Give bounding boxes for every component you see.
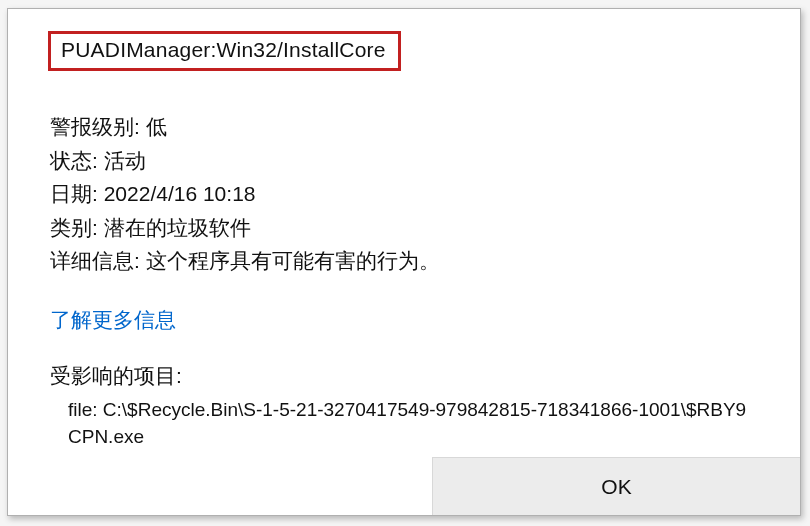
description-label: 详细信息: <box>50 249 140 272</box>
description-value: 这个程序具有可能有害的行为。 <box>146 249 440 272</box>
threat-details: 警报级别: 低 状态: 活动 日期: 2022/4/16 10:18 类别: 潜… <box>50 111 760 278</box>
learn-more: 了解更多信息 <box>50 306 760 334</box>
dialog-content: PUADIManager:Win32/InstallCore 警报级别: 低 状… <box>8 9 800 451</box>
affected-label: 受影响的项目: <box>50 362 760 390</box>
alert-level-label: 警报级别: <box>50 115 140 138</box>
date-row: 日期: 2022/4/16 10:18 <box>50 178 760 211</box>
alert-level-value: 低 <box>146 115 167 138</box>
threat-name-box: PUADIManager:Win32/InstallCore <box>48 31 401 71</box>
threat-name: PUADIManager:Win32/InstallCore <box>61 38 386 61</box>
ok-button[interactable]: OK <box>433 458 800 515</box>
affected-path: file: C:\$Recycle.Bin\S-1-5-21-327041754… <box>50 396 750 451</box>
date-label: 日期: <box>50 182 98 205</box>
button-bar: OK <box>432 457 800 515</box>
category-label: 类别: <box>50 216 98 239</box>
learn-more-link[interactable]: 了解更多信息 <box>50 308 176 331</box>
alert-level-row: 警报级别: 低 <box>50 111 760 144</box>
status-row: 状态: 活动 <box>50 145 760 178</box>
security-alert-dialog: PUADIManager:Win32/InstallCore 警报级别: 低 状… <box>7 8 801 516</box>
status-label: 状态: <box>50 149 98 172</box>
affected-section: 受影响的项目: file: C:\$Recycle.Bin\S-1-5-21-3… <box>50 362 760 451</box>
date-value: 2022/4/16 10:18 <box>104 182 256 205</box>
status-value: 活动 <box>104 149 146 172</box>
description-row: 详细信息: 这个程序具有可能有害的行为。 <box>50 245 760 278</box>
category-row: 类别: 潜在的垃圾软件 <box>50 212 760 245</box>
category-value: 潜在的垃圾软件 <box>104 216 251 239</box>
